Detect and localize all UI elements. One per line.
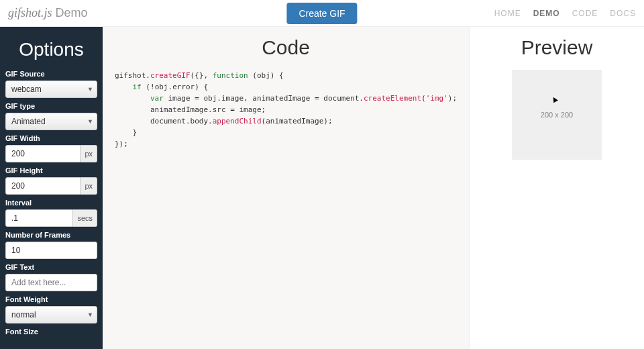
font-weight-label: Font Weight	[5, 295, 97, 303]
num-frames-label: Number of Frames	[5, 231, 97, 239]
nav-docs[interactable]: DOCS	[610, 9, 636, 18]
brand-suffix: Demo	[56, 6, 88, 19]
nav-home[interactable]: HOME	[494, 9, 521, 18]
interval-unit: secs	[73, 209, 97, 227]
preview-placeholder-text: 200 x 200	[541, 111, 573, 119]
code-title: Code	[115, 36, 457, 59]
gif-source-label: GIF Source	[5, 70, 97, 78]
font-size-label: Font Size	[5, 328, 97, 336]
font-weight-select-wrap[interactable]: normal ▼	[5, 306, 97, 323]
interval-label: Interval	[5, 199, 97, 207]
code-panel: Code gifshot.createGIF({}, function (obj…	[103, 27, 470, 349]
gif-width-group: px	[5, 145, 97, 162]
gif-height-label: GIF Height	[5, 166, 97, 174]
gif-width-input[interactable]	[5, 145, 80, 162]
header-center: Create GIF	[286, 3, 357, 24]
gif-source-select[interactable]: webcam	[5, 81, 97, 98]
preview-placeholder: 200 x 200	[512, 70, 602, 160]
font-weight-select[interactable]: normal	[5, 306, 97, 323]
num-frames-input[interactable]	[5, 242, 97, 259]
gif-type-select-wrap[interactable]: Animated ▼	[5, 113, 97, 130]
gif-text-label: GIF Text	[5, 263, 97, 271]
gif-source-select-wrap[interactable]: webcam ▼	[5, 81, 97, 98]
gif-type-label: GIF type	[5, 102, 97, 110]
gif-height-group: px	[5, 177, 97, 195]
code-block: gifshot.createGIF({}, function (obj) { i…	[115, 70, 457, 150]
create-gif-button[interactable]: Create GIF	[286, 3, 357, 24]
main: Options GIF Source webcam ▼ GIF type Ani…	[0, 27, 644, 349]
brand-name: gifshot.js	[8, 6, 52, 19]
preview-title: Preview	[482, 36, 632, 59]
gif-height-input[interactable]	[5, 177, 80, 195]
nav-code[interactable]: CODE	[572, 9, 598, 18]
sidebar: Options GIF Source webcam ▼ GIF type Ani…	[0, 27, 103, 349]
nav-demo[interactable]: DEMO	[533, 9, 560, 18]
gif-width-label: GIF Width	[5, 134, 97, 142]
interval-group: secs	[5, 209, 97, 227]
gif-width-unit: px	[80, 145, 97, 162]
gif-text-input[interactable]	[5, 274, 97, 291]
nav: HOME DEMO CODE DOCS	[494, 9, 636, 18]
gif-height-unit: px	[80, 177, 97, 195]
sidebar-title: Options	[5, 39, 97, 60]
brand: gifshot.js Demo	[8, 6, 88, 20]
preview-panel: Preview 200 x 200 ▲	[470, 27, 644, 349]
interval-input[interactable]	[5, 209, 73, 227]
header: gifshot.js Demo Create GIF HOME DEMO COD…	[0, 0, 644, 27]
gif-type-select[interactable]: Animated	[5, 113, 97, 130]
